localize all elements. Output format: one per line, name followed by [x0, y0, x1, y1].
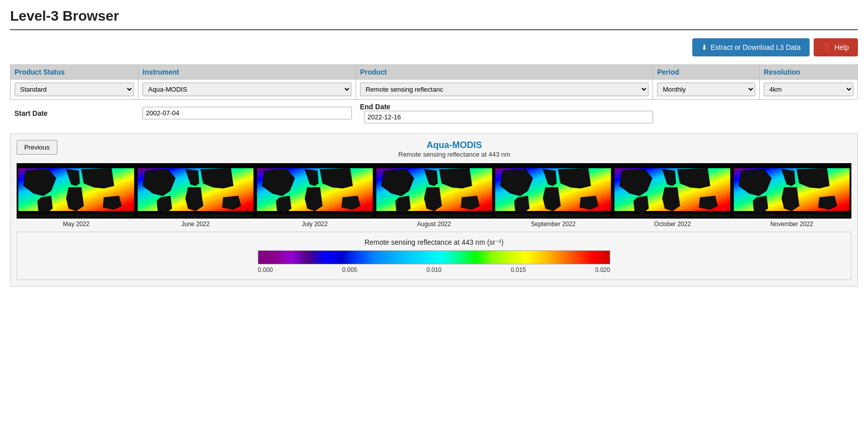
period-cell: Monthly — [653, 80, 760, 100]
instrument-select[interactable]: Aqua-MODIS — [142, 83, 351, 96]
image-cell[interactable]: May 2022 — [17, 163, 136, 228]
product-status-header: Product Status — [11, 65, 138, 80]
filter-table: Product Status Instrument Product Period… — [10, 64, 858, 126]
colorbar-tick: 0.015 — [511, 266, 526, 273]
start-date-label: Start Date — [15, 109, 48, 117]
world-map-image[interactable] — [136, 163, 255, 219]
extract-download-button[interactable]: ⬇ Extract or Download L3 Data — [692, 38, 810, 56]
download-icon: ⬇ — [701, 43, 707, 51]
resolution-header: Resolution — [760, 65, 858, 80]
page-title: Level-3 Browser — [10, 8, 858, 24]
colorbar-gradient — [258, 250, 610, 264]
instrument-cell: Aqua-MODIS — [138, 80, 356, 100]
product-cell: Remote sensing reflectanc — [356, 80, 653, 100]
browser-header: Previous Aqua-MODIS Remote sensing refle… — [17, 140, 851, 158]
colorbar-tick: 0.020 — [595, 266, 610, 273]
product-status-select[interactable]: Standard — [15, 83, 134, 96]
product-header: Product — [356, 65, 653, 80]
image-label: October 2022 — [613, 221, 732, 228]
colorbar-ticks: 0.0000.0050.0100.0150.020 — [258, 266, 610, 273]
colorbar-tick: 0.010 — [426, 266, 442, 273]
start-date-value-cell — [138, 100, 356, 127]
product-subtitle: Remote sensing reflectance at 443 nm — [57, 151, 851, 158]
period-header: Period — [653, 65, 760, 80]
image-label: August 2022 — [375, 221, 494, 228]
instrument-title: Aqua-MODIS — [57, 140, 851, 151]
title-divider — [10, 29, 858, 30]
previous-button[interactable]: Previous — [17, 140, 57, 155]
image-label: November 2022 — [732, 221, 851, 228]
image-label: May 2022 — [17, 221, 136, 228]
image-label: September 2022 — [493, 221, 613, 228]
world-map-image[interactable] — [732, 163, 851, 219]
image-cell[interactable]: July 2022 — [255, 163, 375, 228]
image-cell[interactable]: June 2022 — [136, 163, 255, 228]
end-date-input[interactable] — [364, 111, 653, 123]
period-select[interactable]: Monthly — [657, 83, 755, 96]
world-map-image[interactable] — [613, 163, 732, 219]
colorbar-tick: 0.005 — [342, 266, 357, 273]
browser-panel: Previous Aqua-MODIS Remote sensing refle… — [10, 133, 858, 287]
top-buttons-area: ⬇ Extract or Download L3 Data ❓ Help — [10, 38, 858, 56]
help-button[interactable]: ❓ Help — [814, 38, 858, 56]
help-icon: ❓ — [823, 43, 831, 51]
product-select[interactable]: Remote sensing reflectanc — [360, 83, 648, 96]
browser-title-area: Aqua-MODIS Remote sensing reflectance at… — [57, 140, 851, 158]
instrument-header: Instrument — [138, 65, 356, 80]
image-cell[interactable]: October 2022 — [613, 163, 732, 228]
world-map-image[interactable] — [493, 163, 613, 219]
world-map-image[interactable] — [255, 163, 375, 219]
image-cell[interactable]: August 2022 — [375, 163, 494, 228]
world-map-image[interactable] — [17, 163, 136, 219]
colorbar-tick: 0.000 — [258, 266, 273, 273]
resolution-select[interactable]: 4km — [764, 83, 853, 96]
end-date-label-cell: End Date — [356, 100, 653, 127]
image-label: June 2022 — [136, 221, 255, 228]
image-cell[interactable]: November 2022 — [732, 163, 851, 228]
colorbar-section: Remote sensing reflectance at 443 nm (sr… — [17, 232, 851, 280]
colorbar-container: 0.0000.0050.0100.0150.020 — [23, 250, 845, 273]
world-map-image[interactable] — [375, 163, 494, 219]
image-label: July 2022 — [255, 221, 375, 228]
start-date-label-cell: Start Date — [11, 100, 138, 127]
end-date-label: End Date — [360, 103, 391, 111]
product-status-cell: Standard — [11, 80, 138, 100]
colorbar-title: Remote sensing reflectance at 443 nm (sr… — [23, 238, 845, 246]
start-date-input[interactable] — [142, 107, 352, 119]
images-row: May 2022June 2022July 2022August 2022Sep… — [17, 163, 851, 228]
resolution-cell: 4km — [760, 80, 858, 100]
image-cell[interactable]: September 2022 — [493, 163, 613, 228]
